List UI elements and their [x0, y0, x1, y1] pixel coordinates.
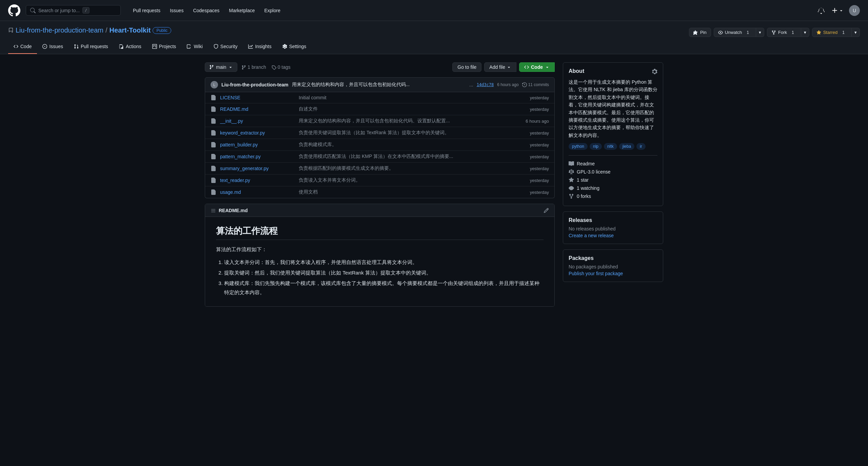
tab-code-label: Code — [20, 44, 32, 49]
tab-settings[interactable]: Settings — [277, 40, 312, 54]
file-commit-msg: 负责构建模式库。 — [299, 142, 526, 148]
file-commit-msg: 用来定义包的结构和内容，并且可以包含包初始化代码、设置默认配置... — [299, 118, 521, 124]
topic-badge[interactable]: ir — [636, 143, 646, 150]
star-count: 1 — [840, 30, 847, 35]
file-name-link[interactable]: pattern_matcher.py — [220, 154, 295, 159]
license-stat[interactable]: GPL-3.0 license — [569, 168, 657, 176]
fork-caret[interactable]: ▾ — [801, 28, 809, 37]
file-name-link[interactable]: keyword_extractor.py — [220, 130, 295, 136]
topic-badge[interactable]: nltk — [604, 143, 617, 150]
readme-stat[interactable]: Readme — [569, 160, 657, 168]
repo-actions: Pin Unwatch 1 ▾ Fork 1 ▾ — [689, 28, 860, 37]
add-file-button[interactable]: Add file — [484, 62, 516, 72]
forks-stat[interactable]: 0 forks — [569, 192, 657, 200]
commit-history[interactable]: 11 commits — [522, 82, 549, 87]
file-name-link[interactable]: LICENSE — [220, 95, 295, 100]
about-header: About — [569, 68, 657, 74]
nav-pull-requests[interactable]: Pull requests — [129, 6, 164, 15]
branch-count-link[interactable]: 1 branch — [241, 64, 266, 70]
law-icon — [569, 169, 574, 175]
no-packages-text: No packages published — [569, 264, 657, 269]
publish-package-link[interactable]: Publish your first package — [569, 271, 623, 276]
top-nav: Search or jump to... / Pull requests Iss… — [0, 0, 868, 21]
repo-header: Liu-from-the-production-team / Heart-Too… — [0, 21, 868, 54]
file-name-link[interactable]: summary_generator.py — [220, 166, 295, 171]
tab-projects[interactable]: Projects — [147, 40, 182, 54]
star-caret[interactable]: ▾ — [852, 28, 860, 37]
search-bar[interactable]: Search or jump to... / — [26, 5, 121, 16]
fork-label: Fork — [778, 30, 787, 35]
list-icon — [211, 208, 216, 213]
commit-sha-link[interactable]: 14d3c78 — [477, 82, 494, 87]
nav-explore[interactable]: Explore — [260, 6, 284, 15]
unwatch-button[interactable]: Unwatch 1 — [714, 28, 756, 37]
tab-insights-label: Insights — [255, 44, 271, 49]
star-label: Starred — [823, 30, 838, 35]
tab-pull-requests[interactable]: Pull requests — [68, 40, 114, 54]
readme-edit-button[interactable] — [544, 207, 549, 213]
tab-insights[interactable]: Insights — [243, 40, 277, 54]
unwatch-caret[interactable]: ▾ — [756, 28, 764, 37]
commit-dots: ... — [469, 82, 473, 87]
notifications-button[interactable] — [816, 6, 826, 15]
tag-count: 0 tags — [278, 64, 291, 70]
table-row: usage.md 使用文档 yesterday — [205, 186, 554, 198]
user-avatar[interactable]: U — [849, 5, 860, 16]
list-item: 提取关键词：然后，我们使用关键词提取算法（比如 TextRank 算法）提取文本… — [224, 268, 544, 277]
go-to-file-button[interactable]: Go to file — [452, 62, 481, 72]
github-logo[interactable] — [8, 4, 20, 17]
file-commit-msg: 负责使用模式匹配算法（比如 KMP 算法）在文本中匹配模式库中的摘要... — [299, 154, 526, 160]
file-name-link[interactable]: README.md — [220, 106, 295, 112]
star-button[interactable]: Starred 1 — [812, 28, 852, 37]
releases-title: Releases — [569, 217, 657, 223]
topic-badge[interactable]: python — [569, 143, 588, 150]
file-icon — [211, 189, 216, 195]
file-name-link[interactable]: text_reader.py — [220, 178, 295, 183]
tag-count-link[interactable]: 0 tags — [272, 64, 291, 70]
tab-code[interactable]: Code — [8, 40, 37, 54]
pin-button[interactable]: Pin — [689, 28, 711, 37]
file-icon — [211, 130, 216, 136]
readme-steps: 读入文本并分词：首先，我们将文本读入程序，并使用自然语言处理工具将文本分词。提取… — [216, 258, 544, 297]
stars-stat[interactable]: 1 star — [569, 176, 657, 184]
topic-badge[interactable]: jieba — [619, 143, 634, 150]
code-label: Code — [531, 64, 543, 70]
table-row: keyword_extractor.py 负责使用关键词提取算法（比如 Text… — [205, 127, 554, 139]
nav-codespaces[interactable]: Codespaces — [189, 6, 223, 15]
nav-marketplace[interactable]: Marketplace — [225, 6, 259, 15]
commit-message: 用来定义包的结构和内容，并且可以包含包初始化代码... — [292, 82, 466, 88]
topic-badge[interactable]: nlp — [590, 143, 602, 150]
about-gear-button[interactable] — [652, 68, 657, 74]
repo-owner-link[interactable]: Liu-from-the-production-team — [16, 26, 103, 34]
tab-security[interactable]: Security — [208, 40, 243, 54]
fork-group: Fork 1 ▾ — [767, 28, 809, 37]
releases-section: Releases No releases published Create a … — [563, 211, 663, 244]
code-button[interactable]: Code — [519, 62, 555, 72]
tab-actions[interactable]: Actions — [114, 40, 147, 54]
file-name-link[interactable]: __init__.py — [220, 118, 295, 124]
tab-actions-label: Actions — [126, 44, 141, 49]
file-commit-msg: 负责使用关键词提取算法（比如 TextRank 算法）提取文本中的关键词。 — [299, 130, 526, 136]
create-button[interactable] — [831, 7, 844, 14]
packages-section: Packages No packages published Publish y… — [563, 249, 663, 282]
watching-stat[interactable]: 1 watching — [569, 184, 657, 192]
tab-settings-label: Settings — [289, 44, 307, 49]
tab-wiki[interactable]: Wiki — [181, 40, 208, 54]
tab-issues[interactable]: Issues — [37, 40, 68, 54]
nav-issues[interactable]: Issues — [166, 6, 188, 15]
create-release-link[interactable]: Create a new release — [569, 233, 614, 238]
branch-right: Go to file Add file Code — [452, 62, 555, 72]
search-placeholder: Search or jump to... — [38, 8, 80, 13]
branch-meta: 1 branch 0 tags — [241, 64, 290, 70]
file-name-link[interactable]: pattern_builder.py — [220, 142, 295, 147]
branch-selector[interactable]: main — [205, 62, 237, 72]
fork-button[interactable]: Fork 1 — [767, 28, 801, 37]
readme-header: README.md — [205, 204, 554, 217]
repo-name-link[interactable]: Heart-Toolkit — [110, 26, 151, 34]
file-name-link[interactable]: usage.md — [220, 189, 295, 195]
tab-wiki-label: Wiki — [194, 44, 202, 49]
readme-filename: README.md — [219, 208, 541, 213]
file-icon — [211, 106, 216, 112]
search-shortcut: / — [82, 7, 90, 14]
table-row: pattern_matcher.py 负责使用模式匹配算法（比如 KMP 算法）… — [205, 151, 554, 163]
